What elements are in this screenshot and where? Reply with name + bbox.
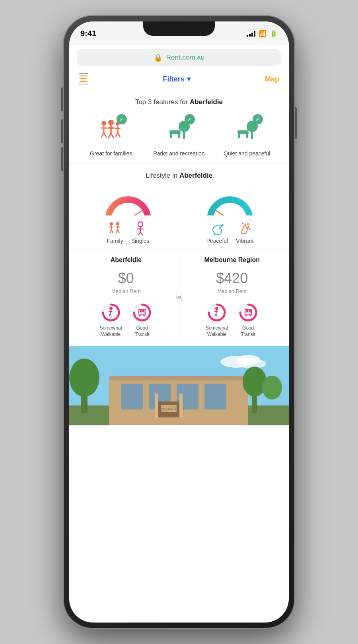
svg-point-75 xyxy=(249,315,251,316)
svg-line-33 xyxy=(111,230,113,233)
map-button[interactable]: Map xyxy=(265,75,279,83)
svg-line-45 xyxy=(216,211,230,215)
peaceful-icon-wrap: ✓ xyxy=(231,114,263,146)
feature-families: ✓ Great for families xyxy=(81,114,142,157)
map-label: Map xyxy=(265,75,279,83)
lifestyle-prefix: Lifestyle in xyxy=(146,172,179,179)
lifestyle-section: Lifestyle in Aberfeldie xyxy=(69,164,289,248)
transit-ring-left xyxy=(132,302,152,323)
feature-parks: ✓ Parks and recreation xyxy=(148,114,210,157)
svg-line-4 xyxy=(104,133,107,138)
peaceful-check: ✓ xyxy=(253,114,263,124)
phone-screen: 9:41 📶 🔋 🔒 Rent.com.au ☰ Filters ▾ xyxy=(69,21,289,623)
gauge-peaceful-vibrant xyxy=(204,188,256,215)
dropdown-icon: ▾ xyxy=(187,75,191,83)
parks-icon-wrap: ✓ xyxy=(163,114,195,146)
gauge-vibrant-item: Vibrant xyxy=(236,221,253,244)
svg-line-46 xyxy=(214,234,215,236)
transit-label-right: GoodTransit xyxy=(241,325,255,338)
vibrant-label: Vibrant xyxy=(236,238,253,244)
svg-point-5 xyxy=(108,120,114,125)
feature-peaceful: ✓ Quiet and peaceful xyxy=(216,114,278,157)
property-scene: SIROCCO xyxy=(69,346,289,425)
svg-text:SIROCCO: SIROCCO xyxy=(161,407,176,411)
lifestyle-suburb: Aberfeldie xyxy=(179,172,212,179)
svg-rect-88 xyxy=(155,394,158,417)
svg-point-39 xyxy=(138,222,143,227)
gauge-family-singles xyxy=(102,188,154,215)
comparison-divider: vs xyxy=(179,256,179,338)
families-check: ✓ xyxy=(117,114,127,124)
feature-parks-label: Parks and recreation xyxy=(153,150,204,157)
col-aberfeldie: Aberfeldie $0 Median Rent xyxy=(77,256,175,338)
aberfeldie-rent: $0 xyxy=(77,270,175,287)
walkable-ring-left xyxy=(101,302,121,323)
svg-line-3 xyxy=(101,133,104,138)
nav-bar: ☰ Filters ▾ Map xyxy=(69,70,289,90)
feature-peaceful-label: Quiet and peaceful xyxy=(224,150,270,157)
filters-label: Filters xyxy=(163,75,184,83)
vs-badge: vs xyxy=(176,290,182,304)
singles-gauge-icon xyxy=(133,221,148,236)
status-bar: 9:41 📶 🔋 xyxy=(69,21,289,45)
gauge-peaceful-item: Peaceful xyxy=(206,221,228,244)
svg-rect-89 xyxy=(179,394,183,417)
gauge-left-icons: Family Singles xyxy=(107,221,149,244)
svg-point-74 xyxy=(245,315,247,316)
svg-line-28 xyxy=(128,211,142,215)
parks-check: ✓ xyxy=(185,114,195,124)
svg-line-68 xyxy=(216,314,217,316)
comparison-columns: Aberfeldie $0 Median Rent xyxy=(77,256,281,338)
svg-line-14 xyxy=(118,132,120,137)
scroll-content[interactable]: Top 3 features for Aberfeldie xyxy=(69,90,289,623)
svg-point-96 xyxy=(262,376,282,400)
family-label: Family xyxy=(107,238,123,244)
phone-frame: 9:41 📶 🔋 🔒 Rent.com.au ☰ Filters ▾ xyxy=(64,16,294,628)
families-icon-wrap: ✓ xyxy=(95,114,127,146)
melbourne-transit: GoodTransit xyxy=(238,302,259,338)
svg-rect-23 xyxy=(246,134,248,138)
aberfeldie-scores: SomewhatWalkable xyxy=(77,302,175,338)
url-bar[interactable]: 🔒 Rent.com.au xyxy=(77,49,281,66)
lock-icon: 🔒 xyxy=(154,53,162,62)
feature-families-label: Great for families xyxy=(90,150,132,157)
melbourne-scores: SomewhatWalkable xyxy=(183,302,281,338)
svg-rect-24 xyxy=(237,130,249,132)
col-melbourne: Melbourne Region $420 Median Rent xyxy=(183,256,281,338)
svg-rect-17 xyxy=(178,134,180,138)
signal-icon xyxy=(247,30,255,37)
melbourne-title: Melbourne Region xyxy=(183,256,281,264)
url-domain: Rent.com.au xyxy=(166,54,204,62)
features-title: Top 3 features for Aberfeldie xyxy=(77,98,281,106)
svg-point-47 xyxy=(247,223,249,225)
svg-point-93 xyxy=(69,359,99,397)
svg-line-55 xyxy=(110,314,111,316)
melbourne-rent: $420 xyxy=(183,270,281,287)
lifestyle-gauges: Family Singles xyxy=(77,188,281,244)
peaceful-gauge-icon xyxy=(210,221,225,236)
transit-label-left: GoodTransit xyxy=(135,325,149,338)
gauge-group-left: Family Singles xyxy=(82,188,174,244)
melbourne-rent-label: Median Rent xyxy=(183,288,281,294)
aberfeldie-walkable: SomewhatWalkable xyxy=(99,302,122,338)
status-time: 9:41 xyxy=(80,29,96,38)
svg-rect-83 xyxy=(121,384,143,409)
melbourne-walkable: SomewhatWalkable xyxy=(206,302,228,338)
svg-point-29 xyxy=(110,222,113,225)
filters-button[interactable]: Filters ▾ xyxy=(163,75,190,83)
svg-rect-16 xyxy=(170,134,172,138)
svg-point-51 xyxy=(109,307,113,310)
svg-point-0 xyxy=(101,121,106,126)
svg-point-61 xyxy=(139,315,141,316)
hamburger-button[interactable]: ☰ xyxy=(79,73,88,85)
walkable-ring-right xyxy=(206,302,227,323)
svg-rect-82 xyxy=(109,376,248,380)
singles-label: Singles xyxy=(131,238,150,244)
lifestyle-title: Lifestyle in Aberfeldie xyxy=(77,172,281,180)
aberfeldie-transit: GoodTransit xyxy=(132,302,152,338)
vibrant-gauge-icon xyxy=(237,221,252,236)
gauge-right-icons: Peaceful Vibrant xyxy=(206,221,254,244)
gauge-family-item: Family xyxy=(107,221,123,244)
aberfeldie-rent-label: Median Rent xyxy=(77,288,175,294)
features-title-prefix: Top 3 features for xyxy=(135,98,190,106)
